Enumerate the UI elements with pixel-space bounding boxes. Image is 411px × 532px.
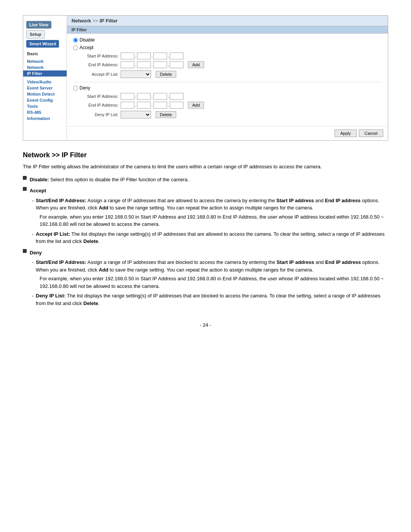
- liveview-button[interactable]: Live View: [26, 21, 51, 29]
- accept-radio[interactable]: [73, 45, 78, 50]
- deny-start-ip-2[interactable]: [137, 93, 151, 100]
- accept-subsection: Start IP Address: . . . End: [81, 53, 382, 78]
- doc-accept-sub1-example: For example, when you enter 192.168.0.50…: [40, 213, 388, 228]
- sidebar-item-eventserver[interactable]: Event Server: [23, 85, 67, 91]
- smartwizard-button[interactable]: Smart Wizard: [26, 40, 59, 48]
- page-wrapper: Live View Setup Smart Wizard Basic Netwo…: [23, 15, 388, 328]
- sidebar: Live View Setup Smart Wizard Basic Netwo…: [23, 16, 67, 140]
- deny-ip-list-select[interactable]: [121, 111, 151, 118]
- accept-bullet-icon: [23, 187, 27, 191]
- doc-accept-label: Accept: [30, 187, 46, 195]
- doc-disable-body: Select this option to disable the IP Fil…: [50, 177, 189, 182]
- sidebar-basic-label: Basic: [23, 49, 67, 57]
- page-header: Network >> IP Filter: [67, 16, 388, 26]
- deny-start-ip-inputs: . . .: [121, 93, 183, 100]
- doc-disable-label: Disable:: [30, 177, 49, 182]
- deny-end-ip-1[interactable]: [121, 102, 134, 109]
- accept-end-dot-1: .: [134, 62, 137, 67]
- cancel-button[interactable]: Cancel: [359, 129, 383, 137]
- doc-disable-text: Disable: Select this option to disable t…: [30, 176, 189, 184]
- doc-accept-item: Accept Start/End IP Address: Assign a ra…: [23, 187, 388, 245]
- sidebar-item-eventconfig[interactable]: Event Config: [23, 97, 67, 103]
- deny-ip-list-row: Deny IP List: Delete: [81, 111, 382, 118]
- accept-start-dot-3: .: [167, 54, 170, 58]
- doc-list: Disable: Select this option to disable t…: [23, 176, 388, 307]
- deny-start-ip-3[interactable]: [153, 93, 167, 100]
- sidebar-item-ipfilter[interactable]: IP Filter: [23, 70, 67, 77]
- breadcrumb-ipfilter: IP Filter: [100, 18, 118, 24]
- doc-deny-sub-1: Start/End IP Address: Assign a range of …: [32, 259, 388, 290]
- doc-accept-sub-1: Start/End IP Address: Assign a range of …: [32, 197, 388, 228]
- ui-panel: Live View Setup Smart Wizard Basic Netwo…: [23, 15, 388, 141]
- sidebar-item-network[interactable]: Network: [23, 64, 67, 70]
- deny-delete-button[interactable]: Delete: [156, 111, 176, 118]
- deny-start-ip-4[interactable]: [170, 93, 183, 100]
- accept-end-ip-inputs: . . .: [121, 61, 183, 68]
- deny-end-ip-2[interactable]: [137, 102, 151, 109]
- deny-end-ip-label: End IP Address:: [81, 103, 121, 107]
- accept-start-ip-label: Start IP Address:: [81, 54, 121, 58]
- form-body: Disable Accept Start IP Address: .: [67, 34, 388, 126]
- accept-end-ip-1[interactable]: [121, 61, 134, 68]
- disable-label: Disable: [80, 37, 95, 43]
- deny-radio[interactable]: [73, 86, 78, 91]
- doc-accept-sub2-text: The list displays the range setting(s) o…: [36, 231, 385, 244]
- doc-deny-sub2-text: The list displays the range setting(s) o…: [36, 293, 381, 306]
- accept-ip-list-select[interactable]: [121, 70, 151, 78]
- divider-1: [73, 82, 382, 82]
- deny-end-ip-4[interactable]: [170, 102, 183, 109]
- deny-end-dot-2: .: [151, 103, 153, 107]
- accept-ip-list-row: Accept IP List: Delete: [81, 70, 382, 78]
- accept-end-ip-label: End IP Address:: [81, 62, 121, 67]
- doc-disable-item: Disable: Select this option to disable t…: [23, 176, 388, 184]
- doc-deny-item: Deny Start/End IP Address: Assign a rang…: [23, 249, 388, 307]
- disable-radio[interactable]: [73, 38, 78, 43]
- accept-delete-button[interactable]: Delete: [156, 71, 176, 78]
- doc-deny-sublist: Start/End IP Address: Assign a range of …: [32, 259, 388, 307]
- sidebar-network-section-label: Network: [23, 57, 67, 64]
- deny-add-button[interactable]: Add: [188, 102, 204, 109]
- doc-deny-sub2-label: Deny IP List:: [36, 293, 66, 299]
- deny-end-ip-3[interactable]: [153, 102, 167, 109]
- accept-end-ip-2[interactable]: [137, 61, 151, 68]
- accept-start-ip-row: Start IP Address: . . .: [81, 53, 382, 59]
- sidebar-item-motiondetect[interactable]: Motion Detect: [23, 91, 67, 97]
- doc-deny-sub-2: Deny IP List: The list displays the rang…: [32, 292, 388, 307]
- doc-accept-sub-2: Accept IP List: The list displays the ra…: [32, 230, 388, 245]
- accept-start-ip-4[interactable]: [170, 53, 183, 59]
- sidebar-item-rs485[interactable]: RS-485: [23, 109, 67, 115]
- doc-deny-sub1-text: Assign a range of IP addresses that are …: [36, 259, 379, 273]
- form-footer: Apply Cancel: [67, 126, 388, 140]
- deny-radio-row: Deny: [73, 85, 382, 91]
- section-bar-ipfilter: IP Filter: [67, 26, 388, 34]
- accept-start-ip-2[interactable]: [137, 53, 151, 59]
- accept-start-dot-1: .: [134, 54, 137, 58]
- accept-start-ip-3[interactable]: [153, 53, 167, 59]
- doc-accept-sub1-label: Start/End IP Address:: [36, 198, 86, 203]
- apply-button[interactable]: Apply: [335, 129, 357, 137]
- accept-end-ip-row: End IP Address: . . . Add: [81, 61, 382, 68]
- doc-accept-sub2-label: Accept IP List:: [36, 231, 70, 237]
- accept-add-button[interactable]: Add: [188, 61, 204, 68]
- doc-section: Network >> IP Filter The IP Filter setti…: [23, 151, 388, 307]
- setup-button[interactable]: Setup: [26, 30, 45, 38]
- disable-bullet-icon: [23, 176, 27, 180]
- accept-start-ip-inputs: . . .: [121, 53, 183, 59]
- sidebar-item-tools[interactable]: Tools: [23, 103, 67, 109]
- deny-start-ip-label: Start IP Address:: [81, 94, 121, 99]
- sidebar-item-information[interactable]: Information: [23, 115, 67, 121]
- deny-start-ip-1[interactable]: [121, 93, 134, 100]
- deny-start-ip-row: Start IP Address: . . .: [81, 93, 382, 100]
- doc-deny-bullet-row: Deny: [23, 249, 388, 257]
- deny-bullet-icon: [23, 249, 27, 253]
- accept-end-ip-4[interactable]: [170, 61, 183, 68]
- deny-start-dot-1: .: [134, 94, 137, 99]
- doc-title: Network >> IP Filter: [23, 151, 388, 159]
- accept-start-ip-1[interactable]: [121, 53, 134, 59]
- accept-label: Accept: [80, 45, 94, 50]
- accept-end-ip-3[interactable]: [153, 61, 167, 68]
- sidebar-item-videoaudio[interactable]: Video/Audio: [23, 79, 67, 85]
- deny-end-ip-inputs: . . .: [121, 102, 183, 109]
- doc-deny-sub1-example: For example, when you enter 192.168.0.50…: [40, 275, 388, 290]
- page-number: - 24 -: [23, 322, 388, 328]
